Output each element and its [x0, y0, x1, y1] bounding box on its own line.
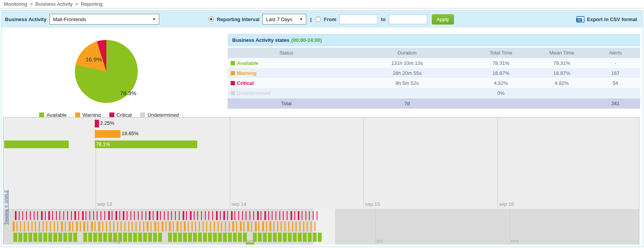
status-cell: Undetermined [228, 90, 345, 96]
event-tick [48, 211, 50, 220]
event-tick [123, 211, 124, 220]
states-table: Business Activity states (00:00-24:00) S… [228, 34, 640, 109]
event-tick [91, 222, 93, 231]
event-tick [98, 222, 100, 231]
event-tick [220, 211, 221, 220]
simile-credit-link[interactable]: Timeline © SIMILE [4, 189, 8, 226]
event-tick [180, 222, 182, 231]
event-tick [232, 222, 234, 231]
event-tick [158, 222, 159, 231]
event-tick [192, 222, 193, 231]
event-tick [225, 222, 226, 231]
states-title-text: Business Activity states [232, 37, 289, 43]
pie-warning-value: 16.9% [86, 56, 102, 63]
breadcrumb-item[interactable]: Monitoring [4, 1, 27, 7]
bar-value-label: 2.25% [100, 120, 114, 126]
event-tick [277, 222, 278, 231]
bar-value-label: 19.65% [122, 131, 139, 136]
event-tick [41, 211, 43, 220]
event-tick [13, 233, 17, 242]
total-alerts: 241 [591, 101, 640, 106]
event-tick [28, 233, 32, 242]
day-gridline [230, 117, 230, 209]
month-label: nov [511, 238, 519, 244]
export-csv-link[interactable]: csv Export in CSV format [576, 16, 637, 23]
event-tick [153, 233, 157, 242]
event-tick [19, 211, 20, 220]
event-tick [37, 211, 38, 220]
event-tick [221, 222, 222, 231]
duration-cell: 131h 33m 13s [345, 60, 469, 66]
event-tick [124, 222, 125, 231]
breadcrumb-item[interactable]: Reporting [81, 1, 102, 7]
to-date-input[interactable] [389, 14, 427, 24]
event-tick [183, 233, 187, 242]
states-table-rows: Available131h 33m 13s78.31%78.31%-Warnin… [228, 58, 640, 98]
apply-button[interactable]: Apply [432, 14, 454, 25]
event-tick [83, 222, 85, 231]
event-tick [76, 222, 78, 231]
event-tick [24, 222, 25, 231]
event-tick [109, 222, 111, 231]
event-tick [263, 233, 267, 242]
event-tick [168, 233, 172, 242]
event-tick [186, 211, 187, 220]
event-tick [52, 211, 53, 220]
event-tick [223, 211, 225, 220]
timeline-main-band[interactable]: sep 13sep 14sep 15sep 162.25%19.65%78.1% [3, 117, 639, 209]
event-tick [33, 233, 37, 242]
status-label: Available [237, 60, 259, 66]
event-tick [43, 233, 47, 242]
event-tick [273, 222, 274, 231]
event-tick [247, 222, 249, 231]
event-tick [20, 222, 21, 231]
event-tick [130, 211, 131, 220]
business-activity-select[interactable]: Mail-Frontends ▼ [50, 14, 159, 25]
interval-value: Last 7 Days [266, 17, 292, 22]
event-tick [288, 222, 289, 231]
total-time-cell: 78.31% [469, 60, 533, 66]
timeline-overview-band[interactable]: augsepoctnov [3, 209, 639, 245]
breadcrumb-item[interactable]: Business Activity [35, 1, 73, 7]
timeline-state-bar: 2.25% [95, 120, 99, 127]
event-tick [50, 222, 51, 231]
event-tick [53, 233, 57, 242]
breadcrumb: Monitoring>Business Activity>Reporting [0, 0, 644, 8]
from-date-input[interactable] [339, 14, 378, 24]
toolbar-separator: | [310, 17, 312, 22]
table-row: Undetermined0% [228, 88, 640, 98]
status-swatch [231, 91, 235, 95]
event-tick [147, 222, 149, 231]
event-tick [177, 222, 178, 231]
mean-time-cell: 16.87% [533, 70, 591, 76]
event-tick [299, 222, 301, 231]
availability-pie-chart: 16.9% 78.3% AvailableWarningCriticalUnde… [2, 28, 216, 120]
reporting-interval-radio[interactable] [208, 17, 214, 22]
event-tick [13, 222, 15, 231]
event-tick [258, 233, 262, 242]
total-time-cell: 0% [469, 90, 533, 96]
interval-select[interactable]: Last 7 Days ▼ [263, 14, 306, 25]
event-tick [193, 233, 197, 242]
event-tick [128, 233, 132, 242]
event-tick [175, 211, 176, 220]
interval-group: Reporting Interval Last 7 Days ▼ | From … [208, 14, 454, 25]
custom-range-radio[interactable] [315, 17, 321, 22]
business-activity-label: Business Activity [5, 17, 46, 22]
status-label: Undetermined [237, 90, 270, 96]
event-tick [201, 211, 202, 220]
toolbar: Business Activity Mail-Frontends ▼ Repor… [2, 11, 642, 28]
to-label: to [381, 17, 385, 22]
column-header: Mean Time [533, 50, 591, 56]
duration-cell: 8h 5m 52s [345, 80, 469, 86]
states-table-total-row: Total7d241 [228, 98, 640, 109]
event-tick [69, 222, 71, 231]
event-tick [123, 233, 127, 242]
event-tick [28, 222, 29, 231]
event-tick [57, 222, 58, 231]
event-tick [168, 211, 168, 220]
event-tick [258, 222, 259, 231]
event-tick [26, 211, 27, 220]
event-tick [142, 211, 142, 220]
event-tick [17, 222, 18, 231]
